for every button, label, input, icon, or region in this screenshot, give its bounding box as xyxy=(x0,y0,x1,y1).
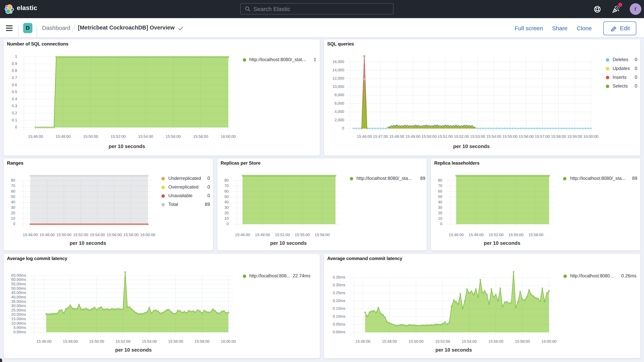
svg-text:15:52:00: 15:52:00 xyxy=(454,134,469,138)
svg-text:15:55:00: 15:55:00 xyxy=(508,233,524,237)
svg-text:60: 60 xyxy=(438,189,442,193)
svg-text:0.20ms: 0.20ms xyxy=(332,298,345,303)
svg-text:Updates: Updates xyxy=(612,66,630,71)
svg-text:15:56:00: 15:56:00 xyxy=(519,134,534,138)
svg-text:15:52:00: 15:52:00 xyxy=(275,233,290,237)
svg-text:per 10 seconds: per 10 seconds xyxy=(270,240,306,246)
svg-text:15:51:00: 15:51:00 xyxy=(438,134,453,138)
svg-text:0: 0 xyxy=(15,125,17,129)
svg-text:15:58:00: 15:58:00 xyxy=(193,134,208,138)
svg-text:per 10 seconds: per 10 seconds xyxy=(453,144,490,149)
svg-text:15:54:00: 15:54:00 xyxy=(142,339,157,344)
svg-text:Total: Total xyxy=(168,202,178,207)
svg-text:0.5: 0.5 xyxy=(12,90,17,94)
svg-text:15:46:00: 15:46:00 xyxy=(23,233,38,237)
svg-text:15:54:00: 15:54:00 xyxy=(90,233,105,237)
svg-text:16:00:00: 16:00:00 xyxy=(221,134,236,138)
svg-text:15:56:00: 15:56:00 xyxy=(488,339,504,344)
svg-text:http://localhost:8080/_sta...: http://localhost:8080/_sta... xyxy=(356,176,412,181)
svg-text:per 10 seconds: per 10 seconds xyxy=(108,144,145,149)
svg-text:15:54:00: 15:54:00 xyxy=(462,339,477,344)
svg-text:45.00ms: 45.00ms xyxy=(11,290,26,295)
svg-text:10: 10 xyxy=(11,216,15,220)
svg-text:14,000: 14,000 xyxy=(332,68,344,72)
svg-text:55.00ms: 55.00ms xyxy=(11,282,26,286)
svg-text:0: 0 xyxy=(635,74,637,80)
svg-text:10: 10 xyxy=(438,216,442,220)
svg-text:0.00ms: 0.00ms xyxy=(332,330,345,334)
svg-text:per 10 seconds: per 10 seconds xyxy=(484,240,520,246)
svg-text:15:48:00: 15:48:00 xyxy=(40,233,55,237)
svg-text:10,000: 10,000 xyxy=(332,84,344,89)
svg-text:22.74ms: 22.74ms xyxy=(293,273,310,278)
svg-text:Selects: Selects xyxy=(612,83,628,88)
svg-text:0.9: 0.9 xyxy=(12,62,17,66)
svg-text:15:48:00: 15:48:00 xyxy=(56,134,70,138)
svg-text:15:55:00: 15:55:00 xyxy=(502,134,518,138)
svg-text:15:58:00: 15:58:00 xyxy=(551,134,566,138)
svg-text:0.00ms: 0.00ms xyxy=(13,330,26,334)
svg-text:http://localhost:8080...: http://localhost:8080... xyxy=(570,273,614,278)
svg-text:15:48:00: 15:48:00 xyxy=(382,339,397,344)
svg-text:16:00:00: 16:00:00 xyxy=(140,233,156,237)
svg-text:0: 0 xyxy=(440,222,442,226)
svg-text:40: 40 xyxy=(438,200,442,204)
svg-text:89: 89 xyxy=(420,176,425,181)
svg-text:15:56:00: 15:56:00 xyxy=(107,233,122,237)
svg-text:16:00:00: 16:00:00 xyxy=(221,339,236,344)
svg-text:6,000: 6,000 xyxy=(334,101,344,106)
svg-text:Unavailable: Unavailable xyxy=(168,193,192,198)
svg-text:15:50:00: 15:50:00 xyxy=(422,134,436,138)
svg-text:0: 0 xyxy=(208,176,210,181)
svg-text:20: 20 xyxy=(438,211,442,215)
svg-text:89: 89 xyxy=(205,202,210,207)
svg-text:40.00ms: 40.00ms xyxy=(11,295,26,299)
svg-text:15:57:00: 15:57:00 xyxy=(535,134,550,138)
svg-text:0: 0 xyxy=(226,222,229,226)
svg-text:8,000: 8,000 xyxy=(334,93,344,97)
svg-text:15:54:00: 15:54:00 xyxy=(138,134,153,138)
svg-text:15:58:00: 15:58:00 xyxy=(515,339,530,344)
svg-text:1: 1 xyxy=(15,54,17,58)
svg-text:15:50:00: 15:50:00 xyxy=(56,233,72,237)
svg-text:30: 30 xyxy=(438,205,442,210)
svg-text:15:55:00: 15:55:00 xyxy=(295,233,310,237)
svg-text:30: 30 xyxy=(11,205,15,210)
svg-text:0.8: 0.8 xyxy=(12,68,17,73)
svg-text:60.00ms: 60.00ms xyxy=(11,278,26,282)
svg-text:http://localhost:8080/_sta...: http://localhost:8080/_sta... xyxy=(570,176,626,181)
svg-text:15:58:00: 15:58:00 xyxy=(124,233,139,237)
svg-text:15:46:00: 15:46:00 xyxy=(449,233,464,237)
svg-text:0.4: 0.4 xyxy=(12,97,17,101)
svg-text:15:50:00: 15:50:00 xyxy=(408,339,424,344)
svg-text:15:52:00: 15:52:00 xyxy=(116,339,130,344)
svg-text:15:58:00: 15:58:00 xyxy=(194,339,210,344)
svg-text:Underreplicated: Underreplicated xyxy=(168,176,201,181)
svg-text:Overreplicated: Overreplicated xyxy=(168,184,198,190)
svg-text:50.00ms: 50.00ms xyxy=(11,286,26,290)
svg-text:15:46:00: 15:46:00 xyxy=(235,233,250,237)
svg-text:70: 70 xyxy=(224,184,229,188)
svg-text:0.15ms: 0.15ms xyxy=(332,306,345,310)
svg-text:5.00ms: 5.00ms xyxy=(13,326,26,330)
svg-text:15:48:00: 15:48:00 xyxy=(63,339,78,344)
svg-text:10.00ms: 10.00ms xyxy=(11,321,26,326)
svg-text:http://localhost:808...: http://localhost:808... xyxy=(249,273,290,278)
svg-text:per 10 seconds: per 10 seconds xyxy=(435,347,472,353)
svg-text:15:49:00: 15:49:00 xyxy=(405,134,420,138)
svg-text:4,000: 4,000 xyxy=(334,110,344,114)
svg-text:15:47:00: 15:47:00 xyxy=(373,134,388,138)
svg-text:0.3: 0.3 xyxy=(12,104,17,108)
svg-text:0: 0 xyxy=(342,126,344,130)
svg-text:0.26ms: 0.26ms xyxy=(621,273,636,278)
svg-text:15:58:00: 15:58:00 xyxy=(528,233,543,237)
svg-text:15:46:00: 15:46:00 xyxy=(36,339,52,344)
svg-text:Inserts: Inserts xyxy=(612,74,626,80)
svg-text:0.35ms: 0.35ms xyxy=(332,275,345,279)
svg-text:30.00ms: 30.00ms xyxy=(11,304,26,308)
svg-text:15:56:00: 15:56:00 xyxy=(166,134,181,138)
svg-text:15:49:00: 15:49:00 xyxy=(468,233,484,237)
svg-text:15:56:00: 15:56:00 xyxy=(168,339,183,344)
svg-text:40: 40 xyxy=(224,200,229,204)
svg-text:15:46:00: 15:46:00 xyxy=(28,134,43,138)
